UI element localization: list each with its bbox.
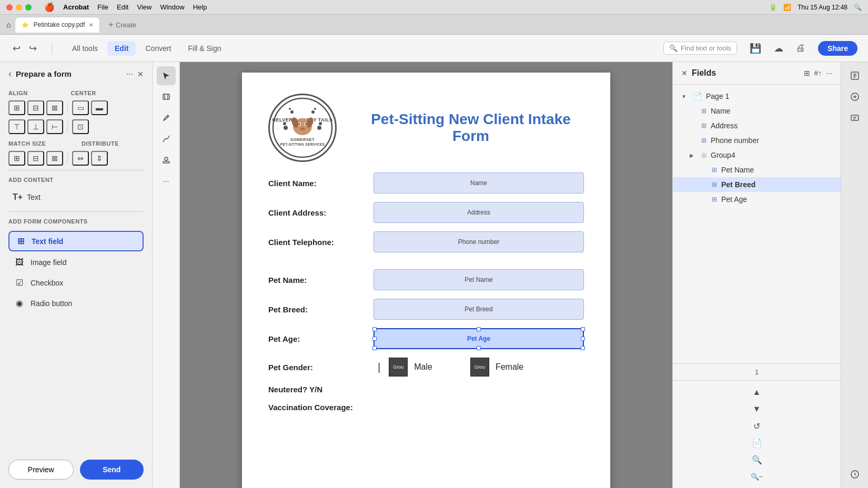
match-both-button[interactable]: ⊠ (46, 151, 63, 166)
save-icon[interactable]: 💾 (750, 43, 761, 54)
distribute-h-button[interactable]: ⊡ (72, 119, 89, 134)
resize-mr[interactable] (581, 337, 585, 341)
undo-button[interactable]: ↩ (11, 40, 23, 56)
menu-bar: 🍎 Acrobat File Edit View Window Help 🔋 📶… (0, 0, 868, 15)
preview-button[interactable]: Preview (8, 460, 74, 480)
component-text-field[interactable]: ⊞ Text field (8, 231, 144, 251)
menu-edit[interactable]: Edit (117, 3, 128, 11)
match-height-button[interactable]: ⊟ (27, 151, 44, 166)
back-nav-icon[interactable]: ⌂ (6, 21, 11, 29)
far-right-btn1[interactable] (845, 66, 864, 85)
rp-filter-button[interactable]: ⊞ (804, 69, 810, 77)
add-text-item[interactable]: T+ Text (8, 189, 144, 205)
expand-up-button[interactable]: ▲ (750, 385, 764, 400)
resize-tl[interactable] (372, 327, 377, 331)
print-icon[interactable]: 🖨 (796, 43, 805, 54)
page-number-display: 1 (673, 363, 841, 380)
send-button[interactable]: Send (80, 460, 144, 480)
resize-tr[interactable] (581, 327, 585, 331)
tree-item-phone[interactable]: ⊞ Phone number (673, 133, 841, 148)
toolbar-search[interactable]: 🔍 Find text or tools (663, 42, 737, 55)
tree-page1[interactable]: ▼ 📄 Page 1 (673, 89, 841, 104)
resize-bm[interactable] (477, 346, 481, 350)
align-box1-button[interactable]: ▭ (72, 100, 89, 115)
cloud-icon[interactable]: ☁ (774, 43, 783, 54)
name-label: Name (711, 107, 832, 115)
tree-item-pet-name[interactable]: ⊞ Pet Name (673, 162, 841, 177)
panel-more-button[interactable]: ··· (126, 69, 133, 79)
align-bottom-button[interactable]: ⊢ (46, 119, 63, 134)
female-group-box[interactable]: Grou (470, 358, 489, 377)
align-center-v-button[interactable]: ⊥ (27, 119, 44, 134)
align-left-button[interactable]: ⊞ (8, 100, 25, 115)
zoom-doc-button[interactable]: 📄 (750, 435, 764, 450)
tree-item-address[interactable]: ⊞ Address (673, 118, 841, 133)
minimize-button[interactable] (16, 4, 22, 11)
form-row-neutered: Neutered? Y/N (268, 385, 584, 394)
component-radio-button[interactable]: ◉ Radio button (8, 294, 144, 312)
panel-back-button[interactable]: ‹ (8, 68, 12, 79)
select-tool[interactable] (157, 66, 176, 85)
new-tab-button[interactable]: + Create (104, 20, 140, 29)
tool-edit[interactable]: Edit (107, 41, 136, 56)
svg-point-22 (314, 108, 316, 110)
pet-name-field[interactable]: Pet Name (374, 269, 584, 290)
rp-sort-button[interactable]: #↑ (814, 69, 822, 77)
menu-window[interactable]: Window (160, 3, 184, 11)
tool-fill-sign[interactable]: Fill & Sign (181, 41, 229, 56)
tool-convert[interactable]: Convert (138, 41, 178, 56)
tree-item-name[interactable]: ⊞ Name (673, 104, 841, 118)
rp-close-button[interactable]: ✕ (681, 69, 688, 77)
image-field-label: Image field (31, 258, 66, 267)
canvas-area: HELVER'S HAPPY TAILS (180, 62, 672, 488)
pet-breed-field[interactable]: Pet Breed (374, 299, 584, 320)
align-top-button[interactable]: ⊤ (8, 119, 25, 134)
dist-h-button[interactable]: ⇔ (72, 151, 89, 166)
align-center-h-button[interactable]: ⊟ (27, 100, 44, 115)
expand-down-button[interactable]: ▼ (750, 402, 764, 416)
draw-tool[interactable] (157, 129, 176, 148)
resize-br[interactable] (581, 346, 585, 350)
rp-more-button[interactable]: ··· (826, 69, 832, 77)
redo-button[interactable]: ↪ (27, 40, 39, 56)
tab-petintake[interactable]: ⭐ Petintake copy.pdf ✕ (15, 17, 100, 33)
resize-ml[interactable] (372, 337, 377, 341)
tree-item-pet-age[interactable]: ⊞ Pet Age (673, 192, 841, 207)
refresh-button[interactable]: ↺ (750, 419, 764, 433)
spacer1 (268, 261, 584, 269)
tree-item-group4[interactable]: ▶ ◎ Group4 (673, 148, 841, 162)
menu-help[interactable]: Help (193, 3, 207, 11)
zoom-in-button[interactable]: 🔍 (750, 452, 764, 467)
more-tools-button[interactable]: ··· (157, 171, 176, 190)
text-select-tool[interactable] (157, 87, 176, 106)
maximize-button[interactable] (25, 4, 32, 11)
match-width-button[interactable]: ⊞ (8, 151, 25, 166)
address-field[interactable]: Address (374, 202, 584, 223)
close-button[interactable] (6, 4, 13, 11)
dist-v-button[interactable]: ⇕ (91, 151, 108, 166)
align-box2-button[interactable]: ▬ (91, 100, 108, 115)
panel-title: Prepare a form (16, 69, 122, 78)
menu-file[interactable]: File (97, 3, 108, 11)
zoom-out-button[interactable]: 🔍− (750, 469, 764, 484)
resize-bl[interactable] (372, 346, 377, 350)
stamp-tool[interactable] (157, 150, 176, 169)
menu-view[interactable]: View (137, 3, 152, 11)
component-checkbox[interactable]: ☑ Checkbox (8, 273, 144, 292)
tree-item-pet-breed[interactable]: ⊞ Pet Breed (673, 177, 841, 192)
far-right-btn2[interactable] (845, 87, 864, 106)
resize-tm[interactable] (477, 327, 481, 331)
component-image-field[interactable]: 🖼 Image field (8, 253, 144, 271)
male-group-box[interactable]: Grou (389, 358, 408, 377)
phone-field[interactable]: Phone number (374, 231, 584, 252)
name-field[interactable]: Name (374, 172, 584, 194)
share-button[interactable]: Share (818, 41, 857, 56)
pencil-tool[interactable] (157, 108, 176, 127)
tab-close-button[interactable]: ✕ (89, 22, 93, 28)
pet-age-field[interactable]: Pet Age (374, 328, 584, 349)
align-right-button[interactable]: ⊠ (46, 100, 63, 115)
tool-all-tools[interactable]: All tools (65, 41, 105, 56)
panel-close-button[interactable]: ✕ (137, 70, 144, 78)
far-right-btn4[interactable] (845, 465, 864, 484)
far-right-btn3[interactable] (845, 108, 864, 127)
